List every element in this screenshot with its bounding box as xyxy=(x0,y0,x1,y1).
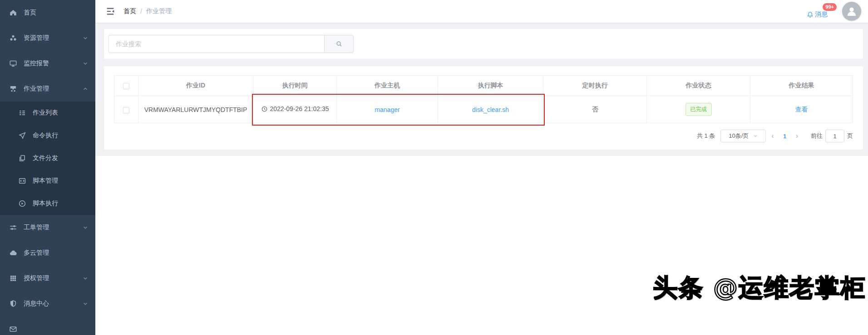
current-page-number[interactable]: 1 xyxy=(779,133,790,140)
col-header-job-id: 作业ID xyxy=(138,76,253,96)
sidebar-item-label: 工单管理 xyxy=(24,223,83,232)
content-area: 作业ID 执行时间 作业主机 执行脚本 定时执行 作业状态 作业结果 xyxy=(95,23,868,156)
sidebar-item-label: 脚本执行 xyxy=(33,199,88,208)
watermark-text: 头条 @运维老掌柜 xyxy=(653,272,866,305)
page-lower-area: 头条 @运维老掌柜 xyxy=(95,156,868,335)
sidebar-item-label: 监控报警 xyxy=(24,59,83,68)
script-cell: disk_clear.sh xyxy=(438,96,543,123)
sidebar-item-tickets[interactable]: 工单管理 xyxy=(0,215,95,240)
table-header-row: 作业ID 执行时间 作业主机 执行脚本 定时执行 作业状态 作业结果 xyxy=(114,76,853,96)
navbar-right: 99+ 消息 xyxy=(806,1,862,22)
exec-time-cell: 2022-09-26 21:02:35 xyxy=(253,96,337,123)
sidebar-item-label: 作业列表 xyxy=(33,109,88,117)
sidebar-item-job-list[interactable]: 作业列表 xyxy=(0,102,95,124)
message-count-badge: 99+ xyxy=(823,3,837,11)
play-icon xyxy=(18,199,26,208)
copy-icon xyxy=(18,154,26,162)
next-page-button[interactable]: › xyxy=(793,132,801,140)
host-cell: manager xyxy=(337,96,438,123)
sidebar: 首页 资源管理 监控报警 作业管理 xyxy=(0,0,95,335)
col-header-result: 作业结果 xyxy=(750,76,853,96)
sidebar-item-home[interactable]: 首页 xyxy=(0,0,95,25)
goto-label: 前往 xyxy=(811,132,823,140)
sidebar-item-resources[interactable]: 资源管理 xyxy=(0,25,95,51)
sidebar-item-message-center[interactable] xyxy=(0,316,95,335)
shield-icon xyxy=(9,300,17,308)
chevron-down-icon xyxy=(83,61,88,66)
job-search-input[interactable] xyxy=(108,35,324,53)
job-id-cell: VRMWAYARLURWTJMYQDTFTBIP xyxy=(138,96,253,123)
sidebar-item-monitoring[interactable]: 监控报警 xyxy=(0,51,95,76)
search-button[interactable] xyxy=(324,35,354,53)
search-card xyxy=(104,29,863,59)
messages-button[interactable]: 99+ 消息 xyxy=(806,10,828,19)
status-cell: 已完成 xyxy=(647,96,750,123)
prev-page-button[interactable]: ‹ xyxy=(769,132,776,140)
sliders-icon xyxy=(9,223,17,232)
sidebar-item-authorization[interactable]: 消息中心 xyxy=(0,291,95,316)
sidebar-fold-icon[interactable] xyxy=(105,6,115,16)
breadcrumb-separator: / xyxy=(140,8,142,15)
user-icon xyxy=(845,5,858,18)
status-badge: 已完成 xyxy=(686,103,712,116)
page-size-select[interactable]: 10条/页 xyxy=(720,130,766,142)
sidebar-item-script-exec[interactable]: 脚本执行 xyxy=(0,192,95,215)
col-header-status: 作业状态 xyxy=(647,76,750,96)
sidebar-item-script-management[interactable]: 脚本管理 xyxy=(0,170,95,192)
job-search-group xyxy=(108,35,354,53)
sidebar-item-file-distribution[interactable]: 文件分发 xyxy=(0,147,95,170)
sidebar-item-label: 脚本管理 xyxy=(33,177,88,185)
view-result-link[interactable]: 查看 xyxy=(795,106,808,113)
select-all-checkbox[interactable] xyxy=(123,83,129,89)
main-area: 首页 / 作业管理 99+ 消息 xyxy=(95,0,868,335)
monitor-icon xyxy=(9,59,17,68)
pagination-total: 共 1 条 xyxy=(697,132,715,140)
col-header-host: 作业主机 xyxy=(337,76,438,96)
chevron-down-icon xyxy=(83,35,88,41)
chevron-up-icon xyxy=(83,86,88,92)
list-icon xyxy=(18,109,26,117)
bell-icon xyxy=(806,11,814,19)
row-checkbox[interactable] xyxy=(123,107,129,113)
sidebar-item-label: 文件分发 xyxy=(33,154,88,162)
sidebar-item-label: 作业管理 xyxy=(24,85,83,93)
sidebar-item-label: 消息中心 xyxy=(24,300,83,308)
jobs-table: 作业ID 执行时间 作业主机 执行脚本 定时执行 作业状态 作业结果 xyxy=(114,75,853,123)
host-link[interactable]: manager xyxy=(375,106,399,113)
col-header-scheduled: 定时执行 xyxy=(543,76,647,96)
sidebar-item-label: 多云管理 xyxy=(24,249,88,257)
search-icon xyxy=(335,40,343,48)
sidebar-item-label: 首页 xyxy=(24,9,88,17)
sidebar-item-jobs[interactable]: 作业管理 xyxy=(0,76,95,102)
sidebar-item-label: 命令执行 xyxy=(33,131,88,140)
sidebar-item-command-exec[interactable]: 命令执行 xyxy=(0,124,95,147)
resource-icon xyxy=(9,34,17,42)
sidebar-item-platform[interactable]: 授权管理 xyxy=(0,266,95,291)
mail-icon xyxy=(9,325,17,333)
jobs-submenu: 作业列表 命令执行 文件分发 脚本管理 脚本执行 xyxy=(0,102,95,215)
app-root: 首页 资源管理 监控报警 作业管理 xyxy=(0,0,868,335)
page-unit-label: 页 xyxy=(847,132,853,140)
goto-page-input[interactable] xyxy=(825,130,844,142)
grid-icon xyxy=(9,274,17,282)
script-link[interactable]: disk_clear.sh xyxy=(472,106,509,113)
chevron-down-icon xyxy=(83,276,88,281)
breadcrumb-home-link[interactable]: 首页 xyxy=(123,7,136,15)
sidebar-item-label: 资源管理 xyxy=(24,34,83,42)
avatar[interactable] xyxy=(841,1,862,22)
home-icon xyxy=(9,9,17,17)
chevron-down-icon xyxy=(753,134,758,138)
goto-page-group: 前往 页 xyxy=(811,130,853,142)
top-navbar: 首页 / 作业管理 99+ 消息 xyxy=(95,0,868,23)
script-icon xyxy=(18,177,26,185)
col-header-exec-time: 执行时间 xyxy=(253,76,337,96)
messages-label: 消息 xyxy=(815,10,828,19)
job-icon xyxy=(9,85,17,93)
result-cell: 查看 xyxy=(750,96,853,123)
jobs-table-card: 作业ID 执行时间 作业主机 执行脚本 定时执行 作业状态 作业结果 xyxy=(104,66,863,150)
sidebar-item-multicloud[interactable]: 多云管理 xyxy=(0,240,95,266)
pagination: 共 1 条 10条/页 ‹ 1 › 前往 页 xyxy=(114,130,853,142)
breadcrumb: 首页 / 作业管理 xyxy=(123,7,172,15)
cloud-icon xyxy=(9,249,17,257)
table-row: VRMWAYARLURWTJMYQDTFTBIP 2022-09-26 21:0… xyxy=(114,96,853,123)
